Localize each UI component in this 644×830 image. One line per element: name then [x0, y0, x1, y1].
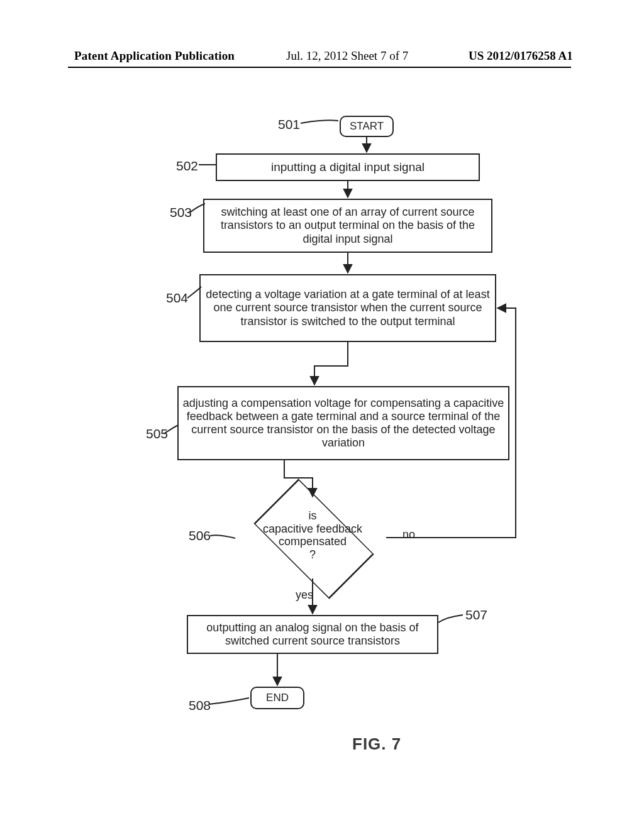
node-507: outputting an analog signal on the basis… — [187, 615, 438, 654]
branch-no: no — [402, 528, 415, 541]
figure-caption: FIG. 7 — [352, 734, 401, 754]
node-start: START — [340, 116, 394, 137]
decision-line1: is — [239, 509, 386, 523]
patent-page: Patent Application Publication Jul. 12, … — [0, 0, 644, 830]
node-507-text: outputting an analog signal on the basis… — [192, 621, 433, 648]
node-504: detecting a voltage variation at a gate … — [199, 274, 496, 342]
decision-line2: capacitive feedback — [239, 523, 386, 536]
label-504: 504 — [166, 290, 188, 306]
decision-text: is capacitive feedback compensated ? — [239, 509, 386, 562]
label-506: 506 — [189, 528, 211, 543]
node-505-text: adjusting a compensation voltage for com… — [182, 397, 504, 450]
decision-line4: ? — [239, 548, 386, 562]
label-507: 507 — [465, 607, 487, 622]
node-506-decision: is capacitive feedback compensated ? — [239, 494, 386, 581]
node-503-text: switching at least one of an array of cu… — [208, 206, 487, 246]
node-end: END — [250, 687, 304, 709]
decision-line3: compensated — [239, 535, 386, 548]
branch-yes: yes — [296, 589, 313, 602]
node-505: adjusting a compensation voltage for com… — [177, 386, 509, 460]
node-504-text: detecting a voltage variation at a gate … — [204, 288, 491, 328]
flowchart: START 501 inputting a digital input sign… — [0, 0, 644, 830]
label-508: 508 — [189, 698, 211, 713]
node-502: inputting a digital input signal — [216, 153, 480, 181]
label-502: 502 — [176, 158, 198, 174]
label-501: 501 — [278, 117, 300, 132]
label-503: 503 — [170, 205, 192, 220]
label-505: 505 — [146, 426, 168, 441]
node-503: switching at least one of an array of cu… — [203, 199, 492, 253]
